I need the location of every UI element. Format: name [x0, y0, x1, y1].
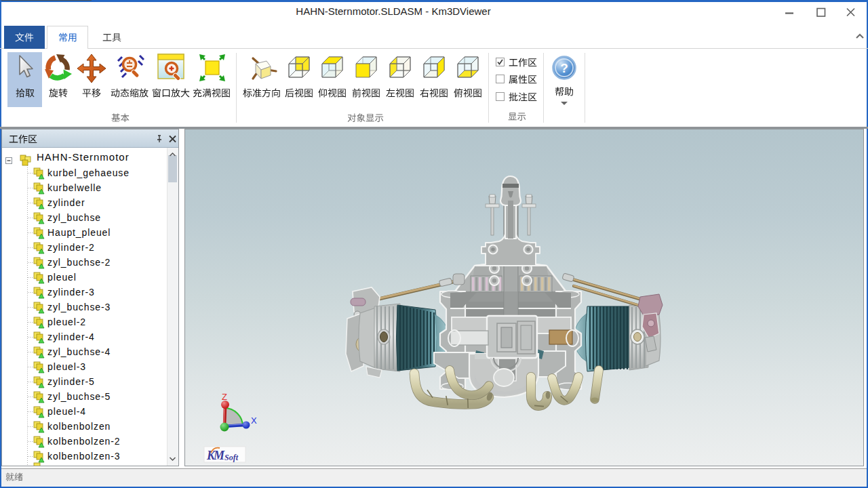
- svg-text:Soft: Soft: [224, 453, 239, 462]
- svg-text:Z: Z: [222, 392, 227, 402]
- svg-text:X: X: [251, 415, 257, 426]
- svg-text:KM: KM: [206, 449, 225, 462]
